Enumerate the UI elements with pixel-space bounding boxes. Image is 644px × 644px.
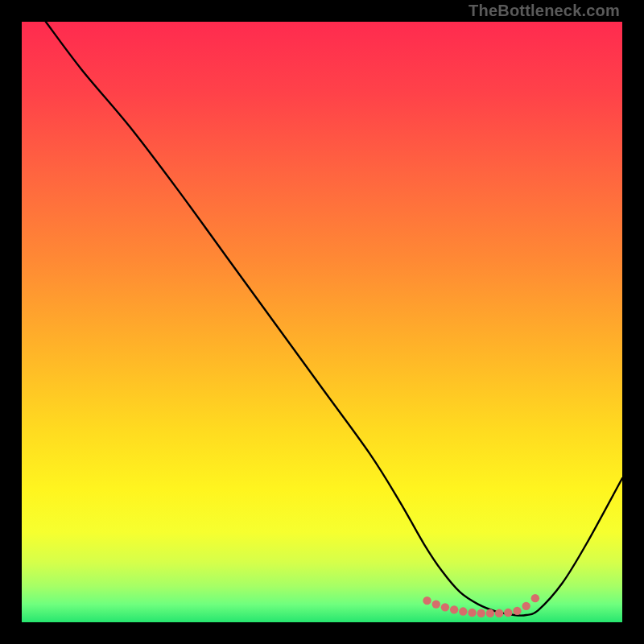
chart-frame: TheBottleneck.com (0, 0, 644, 644)
marker-dot (477, 609, 485, 617)
marker-dot (459, 607, 467, 615)
marker-dot (450, 605, 458, 613)
marker-dot (504, 609, 512, 617)
marker-dot (522, 602, 530, 610)
curve-layer (22, 22, 622, 622)
marker-dot (486, 609, 494, 617)
plot-area (22, 22, 622, 622)
bottleneck-curve (46, 22, 622, 616)
marker-dot (513, 607, 521, 615)
watermark-text: TheBottleneck.com (469, 2, 620, 20)
marker-dot (441, 603, 449, 611)
marker-dot (423, 597, 431, 605)
marker-dot (495, 609, 503, 617)
marker-dot (432, 600, 440, 608)
marker-dot (468, 609, 476, 617)
marker-dot (531, 594, 539, 602)
